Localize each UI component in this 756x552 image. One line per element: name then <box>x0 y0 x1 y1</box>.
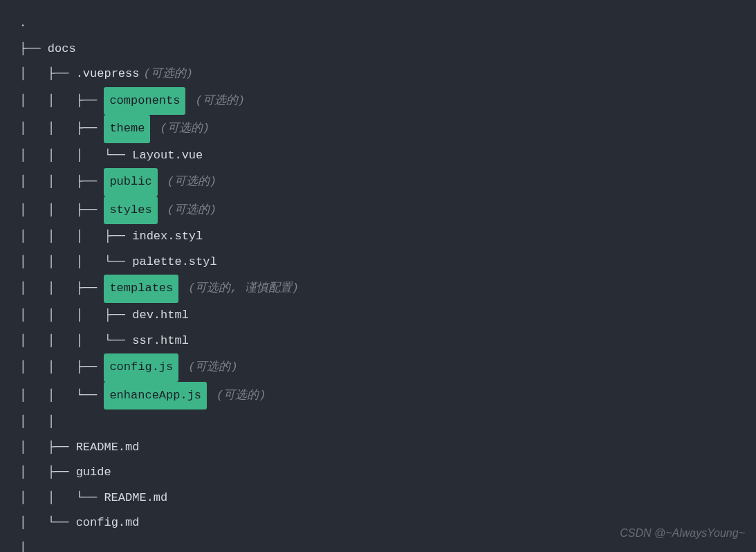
tree-prefix: . <box>19 11 26 37</box>
tree-prefix: │ │ ├── <box>19 116 104 142</box>
tree-row: │ │ │ └── ssr.html <box>19 329 737 354</box>
tree-comment: (可选的) <box>167 198 216 223</box>
tree-row: │ │ <box>19 410 737 435</box>
tree-item: README.md <box>76 435 140 461</box>
tree-item-highlighted: components <box>104 87 185 116</box>
tree-row: │ ├── README.md <box>19 435 737 461</box>
tree-prefix: │ │ ├── <box>19 169 104 195</box>
tree-prefix: │ │ │ └── <box>19 329 132 354</box>
tree-item-highlighted: styles <box>104 196 157 225</box>
tree-row: │ │ │ ├── dev.html <box>19 303 737 329</box>
tree-comment: (可选的) <box>216 383 266 409</box>
tree-row: │ │ │ ├── index.styl <box>19 224 737 250</box>
tree-prefix: │ │ │ └── <box>19 250 132 275</box>
tree-item: guide <box>76 460 111 486</box>
tree-comment: (可选的) <box>188 355 237 380</box>
tree-prefix: │ │ └── <box>19 383 104 409</box>
tree-prefix: │ ├── <box>19 435 76 461</box>
tree-row: ├── docs <box>19 37 737 62</box>
tree-row: │ ├── .vuepress(可选的) <box>19 62 737 87</box>
tree-prefix: │ │ │ ├── <box>19 224 132 250</box>
tree-prefix: │ ├── <box>19 62 76 87</box>
tree-row: │ │ ├── templates(可选的, 谨慎配置) <box>19 275 737 303</box>
tree-prefix: │ ├── <box>19 460 76 486</box>
tree-item: Layout.vue <box>132 143 203 169</box>
tree-comment: (可选的) <box>195 89 244 114</box>
tree-item: README.md <box>104 486 167 511</box>
tree-comment: (可选的, 谨慎配置) <box>188 276 299 302</box>
tree-prefix: │ │ ├── <box>19 276 104 302</box>
tree-comment: (可选的) <box>167 169 216 195</box>
tree-row: │ │ ├── public(可选的) <box>19 168 737 196</box>
tree-row: │ │ └── enhanceApp.js(可选的) <box>19 382 737 410</box>
directory-tree: .├── docs│ ├── .vuepress(可选的)│ │ ├── com… <box>19 11 737 552</box>
tree-item: palette.styl <box>132 250 216 275</box>
tree-prefix: │ <box>19 536 33 552</box>
tree-prefix: │ │ └── <box>19 486 104 511</box>
tree-prefix: │ │ │ └── <box>19 143 132 169</box>
tree-prefix: │ │ │ ├── <box>19 303 132 329</box>
tree-prefix: │ │ ├── <box>19 355 104 380</box>
tree-item: docs <box>48 37 76 62</box>
tree-prefix: │ └── <box>19 510 76 536</box>
tree-row: │ │ ├── theme(可选的) <box>19 115 737 143</box>
tree-row: . <box>19 11 737 37</box>
tree-item-highlighted: theme <box>104 115 150 143</box>
tree-item: ssr.html <box>132 329 189 354</box>
tree-item-highlighted: public <box>104 168 157 196</box>
tree-row: │ │ ├── components(可选的) <box>19 87 737 116</box>
tree-row: │ │ │ └── palette.styl <box>19 250 737 275</box>
tree-comment: (可选的) <box>143 62 192 87</box>
tree-item: .vuepress <box>76 62 140 87</box>
tree-item: dev.html <box>132 303 189 329</box>
tree-prefix: │ │ <box>19 410 62 435</box>
tree-item-highlighted: enhanceApp.js <box>104 382 207 410</box>
tree-comment: (可选的) <box>160 116 209 142</box>
tree-row: │ ├── guide <box>19 460 737 486</box>
tree-row: │ │ ├── config.js(可选的) <box>19 353 737 382</box>
tree-row: │ │ └── README.md <box>19 486 737 511</box>
tree-row: │ │ │ └── Layout.vue <box>19 143 737 169</box>
tree-prefix: ├── <box>19 37 48 62</box>
tree-item: index.styl <box>132 224 203 250</box>
tree-row: │ │ ├── styles(可选的) <box>19 196 737 225</box>
tree-prefix: │ │ ├── <box>19 89 104 114</box>
tree-item-highlighted: templates <box>104 275 178 303</box>
tree-prefix: │ │ ├── <box>19 198 104 223</box>
watermark-text: CSDN @~AlwaysYoung~ <box>620 522 745 545</box>
tree-item: config.md <box>76 510 140 536</box>
tree-item-highlighted: config.js <box>104 353 178 382</box>
